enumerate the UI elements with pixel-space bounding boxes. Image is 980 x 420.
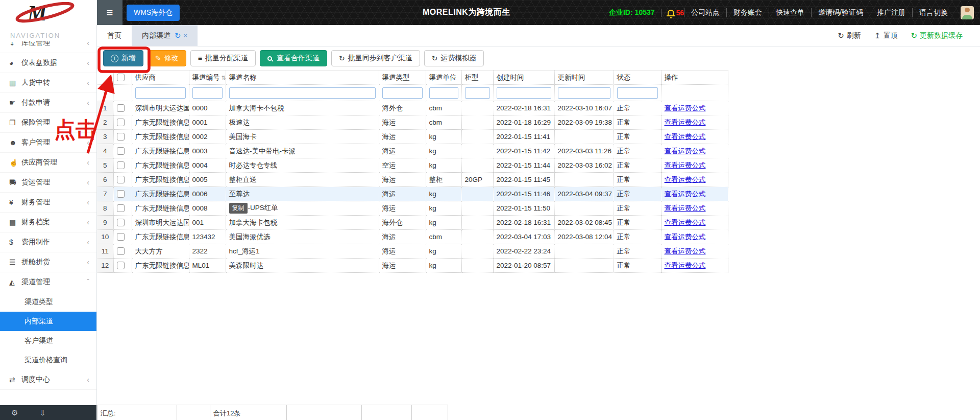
sidebar-item[interactable]: ◕ 仪表盘数据 ‹ xyxy=(0,53,96,73)
view-fee-formula-link[interactable]: 查看运费公式 xyxy=(665,119,706,126)
header-menu-item[interactable]: 公司站点 xyxy=(684,8,726,17)
sidebar-item[interactable]: ☛ 付款申请 ‹ xyxy=(0,93,96,113)
filter-input-type[interactable] xyxy=(382,87,423,99)
view-fee-formula-link[interactable]: 查看运费公式 xyxy=(665,161,706,169)
sidebar-item[interactable]: ▤ 财务档案 ‹ xyxy=(0,213,96,232)
cell-created: 2022-03-04 17:03 xyxy=(493,230,554,244)
toolbar-button[interactable]: 查看合作渠道 xyxy=(260,50,327,66)
header-menu-item[interactable]: 财务账套 xyxy=(726,8,769,17)
header-menu-item[interactable]: 语言切换 xyxy=(912,8,954,17)
table-row: 8 广东无限链接信息 0008 复制-UPS红单 海运 kg 2022-01-1… xyxy=(97,201,728,216)
app-tab-wms[interactable]: WMS海外仓 xyxy=(127,5,180,21)
column-header-status[interactable]: 状态 xyxy=(614,71,661,85)
view-fee-formula-link[interactable]: 查看运费公式 xyxy=(665,262,706,269)
column-header-supplier[interactable]: 供应商 xyxy=(132,71,189,85)
view-fee-formula-link[interactable]: 查看运费公式 xyxy=(665,219,706,226)
toolbar-button[interactable]: ≡ 批量分配渠道 xyxy=(190,50,256,66)
notification-bell[interactable]: 56 xyxy=(668,9,684,17)
column-header-name[interactable]: 渠道名称 xyxy=(226,71,379,85)
sidebar-item[interactable]: ¥ 财务管理 ‹ xyxy=(0,193,96,213)
column-header-updated[interactable]: 更新时间 xyxy=(554,71,614,85)
toolbar-button[interactable]: ↻ 运费模拟器 xyxy=(424,50,484,66)
channel-grid: 供应商渠道编号⇅渠道名称渠道类型渠道单位柜型创建时间更新时间状态操作 ▼ 1 深… xyxy=(97,70,728,273)
pin-top-button[interactable]: ↥置顶 xyxy=(874,31,898,40)
refresh-button[interactable]: ↻刷新 xyxy=(838,31,861,40)
sidebar-item[interactable]: ☻ 客户管理 ‹ xyxy=(0,133,96,153)
column-header-cab[interactable]: 柜型 xyxy=(461,71,493,85)
sidebar-subitem-active[interactable]: 内部渠道 xyxy=(0,312,96,331)
row-checkbox[interactable] xyxy=(117,133,125,141)
header-menu-item[interactable]: 快速查单 xyxy=(769,8,811,17)
toolbar-button[interactable]: ↻ 批量同步到客户渠道 xyxy=(331,50,420,66)
header-menu-item[interactable]: 推广注册 xyxy=(870,8,912,17)
row-checkbox[interactable] xyxy=(117,176,125,183)
row-checkbox[interactable] xyxy=(117,262,125,269)
sidebar-subitem[interactable]: 渠道类型 xyxy=(0,292,96,312)
column-header-action[interactable]: 操作 xyxy=(661,71,728,85)
row-checkbox[interactable] xyxy=(117,247,125,255)
view-fee-formula-link[interactable]: 查看运费公式 xyxy=(665,104,706,112)
truck-icon: ⛟ xyxy=(9,178,21,186)
cell-created: 2022-02-22 23:24 xyxy=(493,244,554,259)
filter-input-code[interactable] xyxy=(192,87,223,99)
filter-input-unit[interactable] xyxy=(429,87,458,99)
row-checkbox[interactable] xyxy=(117,219,125,226)
row-checkbox[interactable] xyxy=(117,161,125,169)
hamburger-menu-icon[interactable]: ≡ xyxy=(97,0,122,25)
sidebar-item[interactable]: ▦ 大货中转 ‹ xyxy=(0,73,96,93)
select-all-checkbox[interactable] xyxy=(117,74,125,81)
tab-refresh-icon[interactable]: ↻ xyxy=(175,31,181,40)
sidebar-item[interactable]: ⇣ 库位管理 ‹ xyxy=(0,41,96,53)
row-checkbox[interactable] xyxy=(117,233,125,241)
view-fee-formula-link[interactable]: 查看运费公式 xyxy=(665,233,706,241)
view-fee-formula-link[interactable]: 查看运费公式 xyxy=(665,204,706,212)
filter-input-updated[interactable] xyxy=(558,87,610,99)
view-fee-formula-link[interactable]: 查看运费公式 xyxy=(665,176,706,183)
sidebar-subitem[interactable]: 渠道价格查询 xyxy=(0,351,96,370)
view-fee-formula-link[interactable]: 查看运费公式 xyxy=(665,133,706,141)
sync-icon: ↻ xyxy=(339,55,345,62)
column-header-code[interactable]: 渠道编号⇅ xyxy=(189,71,226,85)
sidebar-item[interactable]: ❐ 保险管理 ‹ xyxy=(0,113,96,133)
filter-input-created[interactable] xyxy=(497,87,551,99)
toolbar-button[interactable]: ✎ 修改 xyxy=(148,50,186,66)
row-number: 8 xyxy=(97,201,113,216)
gear-icon[interactable]: ⚙ xyxy=(11,408,18,417)
sidebar-item[interactable]: ☰ 拼舱拼货 ‹ xyxy=(0,252,96,272)
view-fee-formula-link[interactable]: 查看运费公式 xyxy=(665,247,706,255)
row-checkbox[interactable] xyxy=(117,104,125,112)
view-fee-formula-link[interactable]: 查看运费公式 xyxy=(665,147,706,155)
column-header-type[interactable]: 渠道类型 xyxy=(379,71,426,85)
sidebar-item[interactable]: $ 费用制作 ‹ xyxy=(0,232,96,252)
avatar[interactable] xyxy=(961,6,974,19)
sidebar-item[interactable]: ⛟ 货运管理 ‹ xyxy=(0,173,96,193)
tab-close-icon[interactable]: × xyxy=(184,32,188,39)
filter-input-supplier[interactable] xyxy=(135,87,186,99)
users-icon: ☻ xyxy=(9,138,21,147)
tab-internal-channel[interactable]: 内部渠道 ↻ × xyxy=(132,25,198,46)
cell-cabinet: 20GP xyxy=(461,173,493,187)
row-checkbox[interactable] xyxy=(117,190,125,198)
row-checkbox[interactable] xyxy=(117,147,125,155)
main-content: 首页 内部渠道 ↻ × ↻刷新 ↥置顶 ↻更新数据缓存 + 新增 ✎ 修改 ≡ … xyxy=(97,25,980,420)
row-checkbox[interactable] xyxy=(117,204,125,212)
header-menu-item[interactable]: 邀请码/验证码 xyxy=(811,8,870,17)
view-fee-formula-link[interactable]: 查看运费公式 xyxy=(665,190,706,198)
sidebar-subitem[interactable]: 客户渠道 xyxy=(0,331,96,351)
filter-input-status[interactable] xyxy=(617,87,658,99)
filter-input-cab[interactable] xyxy=(465,87,490,99)
row-checkbox[interactable] xyxy=(117,119,125,126)
sidebar-item[interactable]: ☝ 供应商管理 ‹ xyxy=(0,153,96,173)
download-icon[interactable]: ⇩ xyxy=(39,408,46,417)
filter-funnel-icon[interactable]: ▼ xyxy=(103,91,107,96)
tab-home[interactable]: 首页 xyxy=(97,25,132,46)
sort-icon[interactable]: ⇅ xyxy=(222,75,226,81)
column-header-unit[interactable]: 渠道单位 xyxy=(426,71,461,85)
sidebar-item[interactable]: ◭ 渠道管理 ˇ xyxy=(0,272,96,292)
update-cache-button[interactable]: ↻更新数据缓存 xyxy=(911,31,963,40)
column-header-created[interactable]: 创建时间 xyxy=(493,71,554,85)
cell-type: 海运 xyxy=(379,115,426,130)
sidebar-item[interactable]: ⇄ 调度中心 ‹ xyxy=(0,370,96,390)
filter-input-name[interactable] xyxy=(229,87,376,99)
toolbar-button[interactable]: + 新增 xyxy=(103,50,143,66)
